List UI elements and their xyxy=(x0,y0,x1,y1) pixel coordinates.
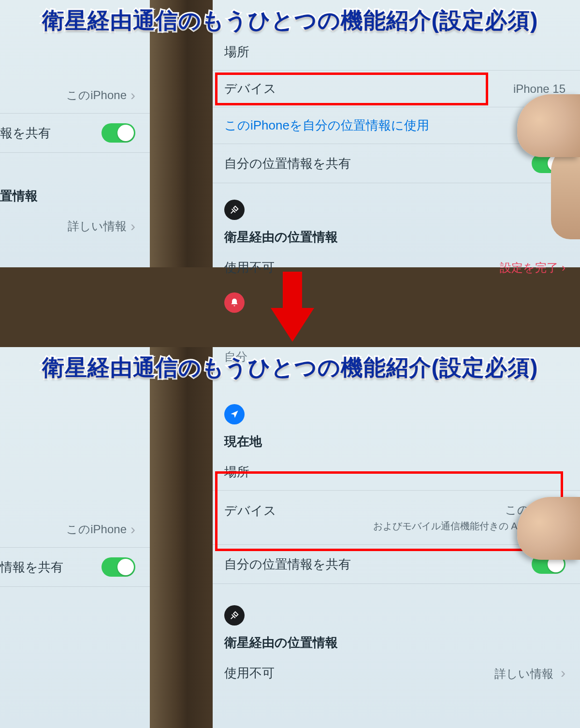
chevron-right-icon: › xyxy=(130,87,135,103)
chevron-right-icon: › xyxy=(130,521,135,538)
row-share-location-left[interactable]: 情報を共有 xyxy=(0,548,150,587)
more-info-label: 詳しい情報 xyxy=(68,218,127,234)
location-label: 場所 xyxy=(224,44,249,60)
satellite-header: 衛星経由の位置情報 xyxy=(213,628,580,655)
table-gap xyxy=(150,0,218,267)
row-unavailable[interactable]: 使用不可 詳しい情報 › xyxy=(213,655,580,691)
row-more-info[interactable]: 詳しい情報 › xyxy=(0,208,150,244)
share-location-label: 自分の位置情報を共有 xyxy=(224,556,351,573)
use-this-iphone-label: このiPhoneを自分の位置情報に使用 xyxy=(224,117,429,134)
current-location-header: 現在地 xyxy=(213,427,580,454)
share-toggle[interactable] xyxy=(102,123,135,143)
satellite-header: 衛星経由の位置情報 xyxy=(213,223,580,249)
unavailable-label: 使用不可 xyxy=(224,665,275,682)
bell-icon xyxy=(224,292,245,313)
arrow-down-icon xyxy=(271,272,314,344)
caption-bottom: 衛星経由通信のもうひとつの機能紹介(設定必須) xyxy=(0,353,580,383)
device-value: iPhone 15 xyxy=(513,82,566,96)
table-gap xyxy=(150,347,218,728)
chevron-right-icon: › xyxy=(561,665,566,681)
row-unavailable[interactable]: 使用不可 設定を完了 › xyxy=(213,249,580,286)
row-location[interactable]: 場所 xyxy=(213,34,580,71)
share-location-label: 自分の位置情報を共有 xyxy=(224,155,351,172)
satellite-icon xyxy=(224,200,245,220)
chevron-right-icon: › xyxy=(130,218,135,234)
share-label: 報を共有 xyxy=(0,125,51,142)
top-panel: このiPhone › 報を共有 置情報 詳しい情報 › 場所 デバイス iPho… xyxy=(0,0,580,267)
highlight-box-bottom xyxy=(215,471,563,551)
this-iphone-value: このiPhone xyxy=(66,87,127,103)
left-phone-top: このiPhone › 報を共有 置情報 詳しい情報 › xyxy=(0,0,150,267)
row-this-iphone[interactable]: このiPhone › xyxy=(0,511,150,548)
location-info-header: 置情報 xyxy=(0,182,150,208)
location-arrow-icon xyxy=(224,404,245,424)
more-info-link[interactable]: 詳しい情報 › xyxy=(494,665,566,682)
this-iphone-value: このiPhone xyxy=(66,522,127,537)
row-share-location-left[interactable]: 報を共有 xyxy=(0,114,150,153)
share-toggle[interactable] xyxy=(102,557,135,577)
caption-top: 衛星経由通信のもうひとつの機能紹介(設定必須) xyxy=(0,6,580,36)
left-phone-bottom: このiPhone › 情報を共有 xyxy=(0,347,150,728)
row-this-iphone[interactable]: このiPhone › xyxy=(0,77,150,114)
complete-setup-link[interactable]: 設定を完了 › xyxy=(500,260,566,276)
share-label: 情報を共有 xyxy=(0,559,63,576)
highlight-box-top xyxy=(215,73,488,105)
finger-side xyxy=(551,143,580,239)
satellite-icon xyxy=(224,605,245,626)
unavailable-label: 使用不可 xyxy=(224,259,275,276)
